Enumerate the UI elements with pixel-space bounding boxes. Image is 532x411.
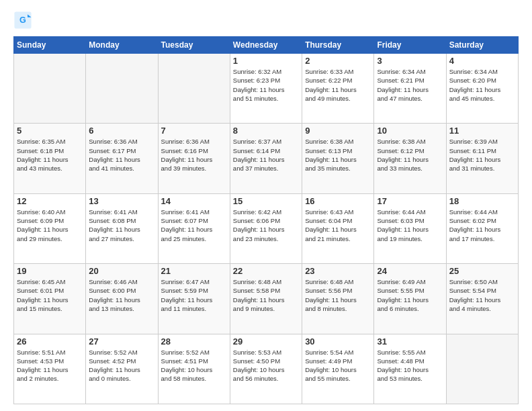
calendar-cell: 11Sunrise: 6:39 AM Sunset: 6:11 PM Dayli… bbox=[446, 124, 518, 193]
calendar-cell bbox=[446, 334, 518, 404]
calendar-cell: 31Sunrise: 5:55 AM Sunset: 4:48 PM Dayli… bbox=[374, 334, 446, 404]
day-number: 13 bbox=[89, 196, 154, 206]
calendar-cell: 8Sunrise: 6:37 AM Sunset: 6:14 PM Daylig… bbox=[230, 124, 302, 193]
day-number: 15 bbox=[233, 196, 299, 206]
day-info: Sunrise: 6:36 AM Sunset: 6:17 PM Dayligh… bbox=[89, 137, 154, 173]
day-number: 30 bbox=[305, 336, 371, 347]
day-info: Sunrise: 6:40 AM Sunset: 6:09 PM Dayligh… bbox=[17, 208, 83, 243]
day-info: Sunrise: 6:46 AM Sunset: 6:00 PM Dayligh… bbox=[89, 277, 154, 313]
day-number: 9 bbox=[305, 126, 371, 136]
day-header-wednesday: Wednesday bbox=[230, 37, 302, 54]
day-number: 6 bbox=[89, 126, 154, 136]
day-info: Sunrise: 6:42 AM Sunset: 6:06 PM Dayligh… bbox=[233, 208, 299, 243]
calendar-cell bbox=[158, 54, 230, 124]
day-info: Sunrise: 6:49 AM Sunset: 5:55 PM Dayligh… bbox=[377, 277, 443, 313]
day-number: 29 bbox=[233, 336, 299, 347]
day-number: 19 bbox=[17, 266, 83, 276]
day-header-thursday: Thursday bbox=[302, 37, 374, 54]
calendar-cell: 21Sunrise: 6:47 AM Sunset: 5:59 PM Dayli… bbox=[158, 264, 230, 334]
day-number: 8 bbox=[233, 126, 299, 136]
day-header-saturday: Saturday bbox=[446, 37, 518, 54]
day-number: 14 bbox=[161, 196, 227, 206]
day-info: Sunrise: 6:34 AM Sunset: 6:20 PM Dayligh… bbox=[449, 67, 515, 103]
day-info: Sunrise: 6:44 AM Sunset: 6:02 PM Dayligh… bbox=[449, 208, 515, 243]
day-number: 28 bbox=[161, 336, 227, 347]
day-info: Sunrise: 6:38 AM Sunset: 6:12 PM Dayligh… bbox=[377, 137, 443, 173]
calendar-cell bbox=[14, 54, 86, 124]
day-number: 25 bbox=[449, 266, 515, 276]
day-number: 3 bbox=[377, 56, 443, 66]
calendar-cell: 6Sunrise: 6:36 AM Sunset: 6:17 PM Daylig… bbox=[86, 124, 158, 193]
day-info: Sunrise: 6:41 AM Sunset: 6:07 PM Dayligh… bbox=[161, 208, 227, 243]
day-header-friday: Friday bbox=[374, 37, 446, 54]
day-info: Sunrise: 6:44 AM Sunset: 6:03 PM Dayligh… bbox=[377, 208, 443, 243]
day-number: 10 bbox=[377, 126, 443, 136]
day-info: Sunrise: 6:38 AM Sunset: 6:13 PM Dayligh… bbox=[305, 137, 371, 173]
day-info: Sunrise: 6:47 AM Sunset: 5:59 PM Dayligh… bbox=[161, 277, 227, 313]
calendar-cell: 14Sunrise: 6:41 AM Sunset: 6:07 PM Dayli… bbox=[158, 193, 230, 263]
calendar-cell: 15Sunrise: 6:42 AM Sunset: 6:06 PM Dayli… bbox=[230, 193, 302, 263]
calendar-cell: 16Sunrise: 6:43 AM Sunset: 6:04 PM Dayli… bbox=[302, 193, 374, 263]
day-number: 18 bbox=[449, 196, 515, 206]
day-number: 24 bbox=[377, 266, 443, 276]
calendar-cell: 2Sunrise: 6:33 AM Sunset: 6:22 PM Daylig… bbox=[302, 54, 374, 124]
calendar-cell: 10Sunrise: 6:38 AM Sunset: 6:12 PM Dayli… bbox=[374, 124, 446, 193]
day-info: Sunrise: 6:34 AM Sunset: 6:21 PM Dayligh… bbox=[377, 67, 443, 103]
calendar-cell: 17Sunrise: 6:44 AM Sunset: 6:03 PM Dayli… bbox=[374, 193, 446, 263]
day-info: Sunrise: 6:33 AM Sunset: 6:22 PM Dayligh… bbox=[305, 67, 371, 103]
day-number: 4 bbox=[449, 56, 515, 66]
calendar-cell: 27Sunrise: 5:52 AM Sunset: 4:52 PM Dayli… bbox=[86, 334, 158, 404]
day-header-sunday: Sunday bbox=[14, 37, 86, 54]
day-number: 20 bbox=[89, 266, 154, 276]
day-info: Sunrise: 6:50 AM Sunset: 5:54 PM Dayligh… bbox=[449, 277, 515, 313]
day-info: Sunrise: 6:36 AM Sunset: 6:16 PM Dayligh… bbox=[161, 137, 227, 173]
day-number: 26 bbox=[17, 336, 83, 347]
calendar-cell: 13Sunrise: 6:41 AM Sunset: 6:08 PM Dayli… bbox=[86, 193, 158, 263]
day-number: 22 bbox=[233, 266, 299, 276]
logo: G bbox=[13, 11, 35, 30]
day-info: Sunrise: 6:35 AM Sunset: 6:18 PM Dayligh… bbox=[17, 137, 83, 173]
day-number: 21 bbox=[161, 266, 227, 276]
calendar-cell: 12Sunrise: 6:40 AM Sunset: 6:09 PM Dayli… bbox=[14, 193, 86, 263]
day-number: 16 bbox=[305, 196, 371, 206]
calendar-cell: 23Sunrise: 6:48 AM Sunset: 5:56 PM Dayli… bbox=[302, 264, 374, 334]
day-info: Sunrise: 6:45 AM Sunset: 6:01 PM Dayligh… bbox=[17, 277, 83, 313]
logo-icon: G bbox=[13, 11, 32, 30]
calendar-cell: 26Sunrise: 5:51 AM Sunset: 4:53 PM Dayli… bbox=[14, 334, 86, 404]
day-number: 2 bbox=[305, 56, 371, 66]
calendar-cell bbox=[86, 54, 158, 124]
svg-text:G: G bbox=[19, 15, 26, 25]
calendar-cell: 30Sunrise: 5:54 AM Sunset: 4:49 PM Dayli… bbox=[302, 334, 374, 404]
calendar-cell: 28Sunrise: 5:52 AM Sunset: 4:51 PM Dayli… bbox=[158, 334, 230, 404]
day-number: 5 bbox=[17, 126, 83, 136]
calendar-cell: 29Sunrise: 5:53 AM Sunset: 4:50 PM Dayli… bbox=[230, 334, 302, 404]
day-info: Sunrise: 6:48 AM Sunset: 5:58 PM Dayligh… bbox=[233, 277, 299, 313]
day-number: 23 bbox=[305, 266, 371, 276]
day-info: Sunrise: 6:48 AM Sunset: 5:56 PM Dayligh… bbox=[305, 277, 371, 313]
day-number: 31 bbox=[377, 336, 443, 347]
calendar-cell: 4Sunrise: 6:34 AM Sunset: 6:20 PM Daylig… bbox=[446, 54, 518, 124]
calendar-cell: 24Sunrise: 6:49 AM Sunset: 5:55 PM Dayli… bbox=[374, 264, 446, 334]
day-info: Sunrise: 6:43 AM Sunset: 6:04 PM Dayligh… bbox=[305, 208, 371, 243]
day-info: Sunrise: 6:32 AM Sunset: 6:23 PM Dayligh… bbox=[233, 67, 299, 103]
day-info: Sunrise: 5:53 AM Sunset: 4:50 PM Dayligh… bbox=[233, 348, 299, 383]
day-number: 27 bbox=[89, 336, 154, 347]
day-number: 12 bbox=[17, 196, 83, 206]
calendar-cell: 3Sunrise: 6:34 AM Sunset: 6:21 PM Daylig… bbox=[374, 54, 446, 124]
calendar-cell: 7Sunrise: 6:36 AM Sunset: 6:16 PM Daylig… bbox=[158, 124, 230, 193]
calendar-cell: 25Sunrise: 6:50 AM Sunset: 5:54 PM Dayli… bbox=[446, 264, 518, 334]
calendar-cell: 18Sunrise: 6:44 AM Sunset: 6:02 PM Dayli… bbox=[446, 193, 518, 263]
calendar-cell: 19Sunrise: 6:45 AM Sunset: 6:01 PM Dayli… bbox=[14, 264, 86, 334]
day-info: Sunrise: 5:52 AM Sunset: 4:51 PM Dayligh… bbox=[161, 348, 227, 383]
day-info: Sunrise: 5:51 AM Sunset: 4:53 PM Dayligh… bbox=[17, 348, 83, 383]
day-number: 17 bbox=[377, 196, 443, 206]
calendar-table: SundayMondayTuesdayWednesdayThursdayFrid… bbox=[13, 36, 519, 404]
day-header-monday: Monday bbox=[86, 37, 158, 54]
calendar-cell: 22Sunrise: 6:48 AM Sunset: 5:58 PM Dayli… bbox=[230, 264, 302, 334]
day-number: 7 bbox=[161, 126, 227, 136]
day-info: Sunrise: 5:54 AM Sunset: 4:49 PM Dayligh… bbox=[305, 348, 371, 383]
day-info: Sunrise: 6:41 AM Sunset: 6:08 PM Dayligh… bbox=[89, 208, 154, 243]
calendar-cell: 5Sunrise: 6:35 AM Sunset: 6:18 PM Daylig… bbox=[14, 124, 86, 193]
day-header-tuesday: Tuesday bbox=[158, 37, 230, 54]
day-info: Sunrise: 5:52 AM Sunset: 4:52 PM Dayligh… bbox=[89, 348, 154, 383]
